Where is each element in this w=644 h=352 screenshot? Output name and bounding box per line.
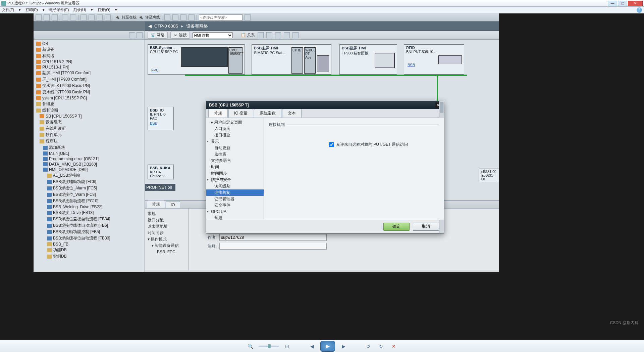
toolbar-icon[interactable]: [52, 14, 58, 20]
author-field[interactable]: [219, 234, 327, 241]
delete-icon[interactable]: ✕: [389, 342, 398, 351]
tree-row[interactable]: Main [OB1]: [34, 151, 145, 156]
nav-back-icon[interactable]: ◀: [148, 24, 152, 29]
next-icon[interactable]: ▶: [339, 342, 348, 351]
tree-row[interactable]: ystem [CPU 1515SP PC]: [34, 95, 145, 101]
toolbar-icon[interactable]: [89, 14, 95, 20]
nav-item[interactable]: 监控表: [206, 151, 264, 158]
tree-tool-icon[interactable]: [129, 32, 135, 38]
toolbar-icon[interactable]: [164, 14, 170, 20]
menu-email[interactable]: 电子邮件(E): [49, 7, 69, 12]
device-link[interactable]: FPC: [149, 68, 161, 74]
tree-row[interactable]: BSB焊接位线体自动流程 [FB6]: [34, 222, 145, 229]
project-search-input[interactable]: [199, 14, 243, 20]
device-bsb-sub-hmi[interactable]: BSB副屏_HMITP900 精智面板: [339, 44, 397, 75]
minimize-button[interactable]: —: [608, 1, 617, 6]
device-rfid[interactable]: RFIDBNI PNT-508-10... BSB: [404, 44, 464, 75]
tree-row[interactable]: BSB_Welding_Drive [FB22]: [34, 204, 145, 210]
zoom-out-icon[interactable]: 🔍: [246, 342, 255, 351]
props-nav-item[interactable]: 时间同步: [148, 230, 185, 236]
device-link[interactable]: BSB: [406, 63, 417, 68]
tree-tool-icon[interactable]: [137, 32, 143, 38]
tree-row[interactable]: PU 1513-1 PN]: [34, 64, 145, 70]
connection-type-select[interactable]: HMI 连接: [193, 32, 233, 38]
rotate-ccw-icon[interactable]: ↺: [364, 342, 373, 351]
props-nav-item[interactable]: 以太网地址: [148, 223, 185, 230]
tree-row[interactable]: 备组态: [34, 101, 145, 107]
props-nav-item[interactable]: 常规: [148, 211, 185, 217]
tree-row[interactable]: SB [CPU 1505SP T]: [34, 114, 145, 119]
tree-row[interactable]: 和网络: [34, 53, 145, 59]
tree-row[interactable]: 添加新块: [34, 144, 145, 151]
zoom-slider[interactable]: [259, 346, 279, 347]
tree-row[interactable]: BSB焊接辅助功能 [FC6]: [34, 179, 145, 185]
slideshow-icon[interactable]: ▶: [320, 341, 335, 352]
putget-checkbox[interactable]: [329, 142, 334, 147]
menu-burn[interactable]: 刻录(U): [73, 7, 86, 12]
nav-item[interactable]: 接口概览: [206, 132, 264, 138]
tree-row[interactable]: BSB焊前缓存位自动流程 [FB33]: [34, 235, 145, 241]
comment-field[interactable]: [219, 243, 327, 250]
nav-item[interactable]: 时间: [206, 164, 264, 170]
search-icon[interactable]: [245, 14, 251, 20]
help-icon[interactable]: ?: [637, 7, 642, 13]
toolbar-icon[interactable]: [44, 14, 50, 20]
relation-btn[interactable]: 📋 关系: [241, 32, 255, 38]
tree-row[interactable]: 变水线 [KTP900 Basic PN]: [34, 83, 145, 89]
view-icon[interactable]: [266, 32, 272, 38]
props-tab-general[interactable]: 常规: [147, 200, 165, 208]
device-link[interactable]: BSB: [148, 121, 173, 127]
tree-row[interactable]: HMI_OPMODE [DB9]: [34, 167, 145, 172]
maximize-button[interactable]: ▢: [618, 1, 627, 6]
nav-item-connection-mechanism[interactable]: 连接机制: [206, 189, 264, 196]
tree-row[interactable]: OS: [34, 41, 145, 46]
tree-row[interactable]: 新设备: [34, 46, 145, 53]
tree-row[interactable]: 实例DB: [34, 253, 145, 260]
toolbar-icon[interactable]: [36, 14, 42, 20]
menu-file[interactable]: 文件(F): [2, 7, 14, 12]
tree-row[interactable]: 程序块: [34, 138, 145, 144]
zoom-fit-icon[interactable]: ⊡: [283, 342, 291, 351]
device-bsb-main-hmi[interactable]: BSB主屏_HMISIMATIC PC Stat... CP IE WinCC …: [252, 44, 331, 75]
tree-row[interactable]: A1_BSB焊接站: [34, 172, 145, 179]
tree-row[interactable]: DATA_MMC_BSB [DB260]: [34, 162, 145, 167]
toolbar-icon[interactable]: [80, 14, 87, 20]
tree-row[interactable]: 屏_HMI [TP900 Comfort]: [34, 76, 145, 83]
go-offline-button[interactable]: 转至离线: [145, 15, 160, 20]
nav-item[interactable]: 防护与安全: [206, 177, 264, 183]
tree-row[interactable]: 在线和诊断: [34, 125, 145, 132]
nav-item[interactable]: 自动更新: [206, 145, 264, 151]
dialog-nav[interactable]: ▸ 用户自定义页面 入口页面 接口概览 显示 自动更新 监控表 支持多语言 时间…: [206, 118, 264, 220]
toolbar-icon[interactable]: [70, 14, 76, 20]
device-el6631[interactable]: el6631-00EL6631-00: [479, 169, 499, 182]
nav-item[interactable]: 显示: [206, 138, 264, 145]
device-bsb-io[interactable]: BSB_IOIL PN BK-PAC BSB: [148, 107, 174, 130]
network-btn[interactable]: 📡 网络: [148, 32, 168, 39]
tree-row[interactable]: 设备组态: [34, 119, 145, 125]
toolbar-icon[interactable]: [180, 14, 186, 20]
device-bsb-system[interactable]: BSB-SystemCPU 1515SP PC CPU 1505SPT FPC: [148, 44, 245, 75]
nav-item[interactable]: 入口页面: [206, 126, 264, 132]
tree-row[interactable]: 线和诊断: [34, 107, 145, 114]
project-tree[interactable]: OS新设备和网络CPU 1515-2 PN]PU 1513-1 PN]副屏_HM…: [34, 40, 145, 261]
toolbar-icon[interactable]: [97, 14, 103, 20]
nav-item[interactable]: 用户自定义页面: [214, 120, 242, 125]
prev-icon[interactable]: ◀: [308, 342, 316, 351]
zoom-icon[interactable]: [292, 32, 299, 38]
menu-open[interactable]: 打开(O): [98, 7, 110, 12]
tree-row[interactable]: BSB焊接轴功能控制 [FB5]: [34, 229, 145, 235]
tab-general[interactable]: 常规: [208, 109, 228, 118]
tree-row[interactable]: CPU 1515-2 PN]: [34, 59, 145, 64]
nav-item[interactable]: 访问级别: [206, 183, 264, 189]
nav-item[interactable]: OPC UA: [206, 209, 264, 215]
props-nav-item[interactable]: 接口分配: [148, 217, 185, 223]
nav-item[interactable]: 常规: [206, 215, 264, 220]
tree-row[interactable]: BSB_FB: [34, 241, 145, 247]
props-nav-item[interactable]: 智能设备通信: [155, 243, 179, 248]
tree-row[interactable]: 软件单元: [34, 132, 145, 138]
tree-row[interactable]: BSB焊接位盖板自动流程 [FB34]: [34, 216, 145, 222]
tree-row[interactable]: BSB焊接位_Warn [FC8]: [34, 191, 145, 198]
tree-row[interactable]: BSB焊接_Drive [FB13]: [34, 210, 145, 216]
props-tab-io[interactable]: IO: [166, 201, 180, 208]
tree-row[interactable]: 副屏_HMI [TP900 Comfort]: [34, 70, 145, 76]
